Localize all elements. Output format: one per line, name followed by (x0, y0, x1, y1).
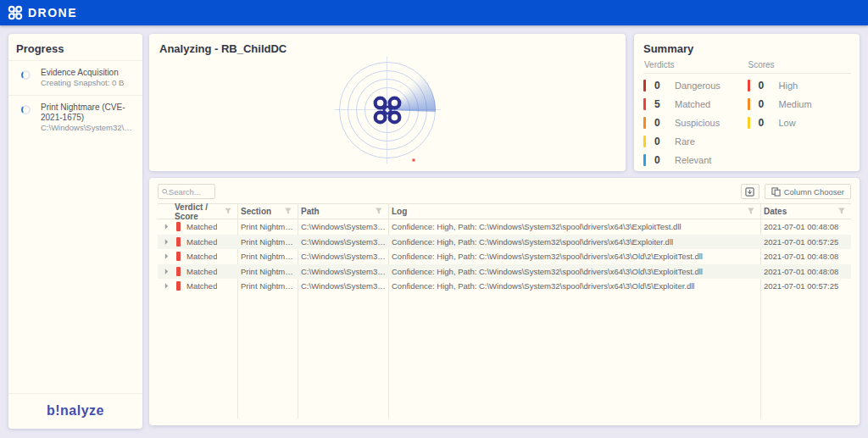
table-row[interactable]: Matched Print Nightmare (CV... C:\Window… (158, 235, 851, 250)
rare-count: 0 (654, 136, 675, 147)
dangerous-count: 0 (654, 80, 675, 91)
results-grid-panel: Column Chooser Verdict / Score Section P… (149, 178, 860, 425)
column-header-section[interactable]: Section (237, 204, 298, 219)
verdict-row-suspicious: 0 Suspicious (643, 114, 748, 132)
verdict-color-bar (176, 281, 181, 291)
suspicious-color-bar (643, 117, 646, 129)
column-header-path[interactable]: Path (298, 204, 388, 219)
top-bar: DRONE (0, 0, 868, 25)
app-window: DRONE Progress Evidence Acquisition Crea… (0, 0, 868, 438)
row-expand-icon[interactable] (161, 283, 171, 289)
verdict-cell: Matched (186, 252, 217, 261)
section-cell: Print Nightmare (CV... (241, 222, 298, 231)
column-header-verdict-score[interactable]: Verdict / Score (171, 204, 237, 219)
verdict-row-matched: 5 Matched (643, 95, 748, 114)
date-cell: 2021-07-01 00:57:25 (764, 281, 838, 291)
high-color-bar (748, 80, 750, 91)
scores-column: Scores 0 High 0 Medium 0 Low (748, 58, 852, 169)
verdict-color-bar (176, 237, 181, 247)
progress-item-title: Print Nightmare (CVE-2021-1675) (41, 103, 136, 123)
progress-item-print-nightmare[interactable]: Print Nightmare (CVE-2021-1675) C:\Windo… (8, 95, 142, 140)
date-cell: 2021-07-01 00:48:08 (764, 267, 838, 276)
summary-title: Summary (634, 34, 860, 58)
high-label: High (779, 80, 798, 91)
filter-icon[interactable] (284, 208, 292, 215)
export-button[interactable] (741, 184, 760, 199)
grid-toolbar: Column Chooser (158, 183, 851, 200)
row-expand-icon[interactable] (161, 269, 171, 274)
table-row[interactable]: Matched Print Nightmare (CV... C:\Window… (158, 264, 851, 280)
app-title: DRONE (28, 6, 77, 19)
search-input[interactable] (169, 187, 211, 197)
column-header-dates[interactable]: Dates (760, 204, 851, 219)
analyzing-panel: Analyzing - RB_ChildDC (149, 34, 626, 171)
progress-panel: Progress Evidence Acquisition Creating S… (8, 34, 142, 429)
progress-item-subtitle: Creating Snapshot: 0 B (41, 78, 136, 88)
log-cell: Confidence: High, Path: C:\Windows\Syste… (392, 267, 703, 276)
log-cell: Confidence: High, Path: C:\Windows\Syste… (392, 222, 682, 231)
date-cell: 2021-07-01 00:48:08 (764, 222, 838, 231)
verdicts-column: Verdicts 0 Dangerous 5 Matched 0 Suspici… (643, 58, 748, 169)
verdict-color-bar (176, 267, 181, 276)
verdicts-label: Verdicts (643, 58, 748, 74)
table-row[interactable]: Matched Print Nightmare (CV... C:\Window… (158, 219, 851, 235)
verdict-color-bar (176, 222, 181, 231)
verdict-color-bar (176, 252, 181, 261)
analyzing-title: Analyzing - RB_ChildDC (149, 34, 626, 55)
rare-color-bar (643, 136, 646, 147)
progress-item-title: Evidence Acquisition (41, 68, 136, 78)
filter-icon[interactable] (375, 208, 383, 215)
row-expand-icon[interactable] (161, 239, 171, 245)
progress-item-evidence-acquisition[interactable]: Evidence Acquisition Creating Snapshot: … (8, 60, 142, 95)
path-cell: C:\Windows\System32\spool\driv... (301, 281, 388, 291)
drone-icon (372, 95, 403, 125)
date-cell: 2021-07-01 00:48:08 (764, 252, 838, 261)
table-row[interactable]: Matched Print Nightmare (CV... C:\Window… (158, 249, 851, 264)
low-count: 0 (759, 117, 779, 129)
filter-icon[interactable] (225, 208, 232, 215)
path-cell: C:\Windows\System32\spool\driv... (301, 237, 388, 247)
section-cell: Print Nightmare (CV... (241, 237, 298, 247)
grid-body: Matched Print Nightmare (CV... C:\Window… (158, 219, 851, 294)
radar-detection-blip (412, 158, 415, 162)
medium-color-bar (748, 98, 750, 110)
column-chooser-button[interactable]: Column Chooser (765, 184, 851, 199)
relevant-count: 0 (654, 154, 675, 166)
search-box[interactable] (158, 184, 215, 199)
scores-label: Scores (748, 58, 852, 74)
matched-count: 5 (654, 98, 675, 110)
drone-logo-icon (8, 5, 23, 20)
section-cell: Print Nightmare (CV... (241, 281, 298, 291)
relevant-color-bar (643, 154, 646, 166)
filter-icon[interactable] (747, 208, 755, 215)
rare-label: Rare (675, 136, 695, 147)
table-row[interactable]: Matched Print Nightmare (CV... C:\Window… (158, 279, 851, 294)
medium-label: Medium (779, 99, 812, 109)
matched-color-bar (643, 98, 646, 110)
matched-label: Matched (675, 99, 710, 109)
spinner-icon (21, 70, 31, 80)
row-expand-icon[interactable] (161, 224, 171, 230)
verdict-row-relevant: 0 Relevant (643, 151, 748, 169)
dangerous-color-bar (643, 80, 646, 91)
log-cell: Confidence: High, Path: C:\Windows\Syste… (392, 252, 703, 261)
suspicious-label: Suspicious (675, 118, 720, 128)
progress-title: Progress (8, 34, 142, 60)
panel-footer: b!nalyze (8, 393, 142, 429)
column-chooser-label: Column Chooser (784, 187, 844, 197)
grid-header-row: Verdict / Score Section Path Log Dates (158, 203, 851, 219)
column-chooser-icon (771, 187, 781, 197)
log-cell: Confidence: High, Path: C:\Windows\Syste… (392, 281, 694, 291)
header-expand-spacer (158, 204, 171, 219)
section-cell: Print Nightmare (CV... (241, 252, 298, 261)
row-expand-icon[interactable] (161, 253, 171, 259)
search-icon (162, 188, 169, 196)
filter-icon[interactable] (837, 208, 846, 215)
score-row-low: 0 Low (748, 114, 852, 132)
section-cell: Print Nightmare (CV... (241, 267, 298, 276)
column-header-log[interactable]: Log (388, 204, 760, 219)
progress-item-subtitle: C:\Windows\System32\spool\drivers... (41, 123, 136, 133)
medium-count: 0 (759, 98, 779, 110)
score-row-high: 0 High (748, 76, 852, 95)
path-cell: C:\Windows\System32\spool\driv... (301, 267, 388, 276)
